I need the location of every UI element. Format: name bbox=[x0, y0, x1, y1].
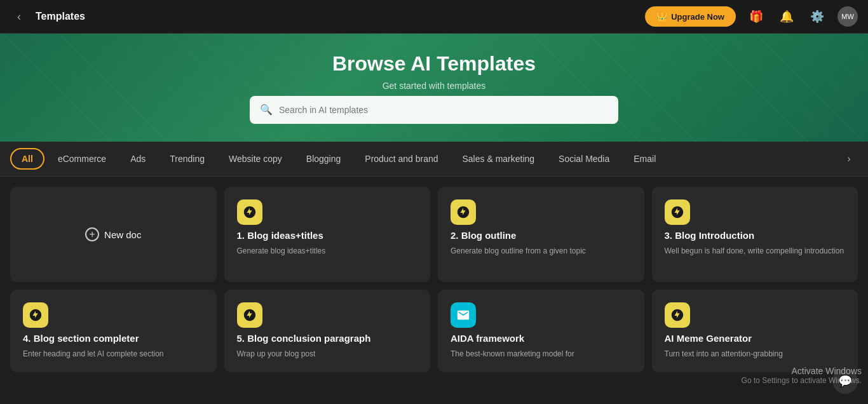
card-title-3: 3. Blog Introduction bbox=[665, 230, 846, 241]
header: ‹ Templates 👑 Upgrade Now 🎁 🔔 ⚙️ MW bbox=[0, 0, 868, 34]
template-card-4[interactable]: 4. Blog section completer Enter heading … bbox=[10, 290, 217, 372]
crown-icon: 👑 bbox=[656, 11, 667, 22]
card-desc-4: Enter heading and let AI complete sectio… bbox=[23, 349, 204, 360]
card-title-7: AI Meme Generator bbox=[665, 333, 846, 344]
template-card-5[interactable]: 5. Blog conclusion paragraph Wrap up you… bbox=[224, 290, 431, 372]
card-desc-2: Generate blog outline from a given topic bbox=[451, 246, 632, 257]
card-icon-4 bbox=[23, 302, 48, 328]
card-desc-6: The best-known marketing model for bbox=[451, 349, 632, 360]
search-icon: 🔍 bbox=[260, 104, 273, 116]
filter-tab-trending[interactable]: Trending bbox=[159, 149, 215, 169]
avatar[interactable]: MW bbox=[837, 6, 858, 27]
chat-button[interactable]: 💬 bbox=[832, 368, 858, 394]
search-bar: 🔍 bbox=[250, 96, 618, 124]
page-title: Templates bbox=[36, 11, 85, 22]
card-desc-1: Generate blog ideas+titles bbox=[237, 246, 418, 257]
card-title-4: 4. Blog section completer bbox=[23, 333, 204, 344]
card-icon-3 bbox=[665, 199, 690, 225]
card-title-2: 2. Blog outline bbox=[451, 230, 632, 241]
upgrade-button[interactable]: 👑 Upgrade Now bbox=[645, 6, 736, 27]
card-icon-5 bbox=[237, 302, 262, 328]
new-doc-card[interactable]: + New doc bbox=[10, 187, 217, 282]
hero-banner: Browse AI Templates Get started with tem… bbox=[0, 34, 868, 142]
header-right: 👑 Upgrade Now 🎁 🔔 ⚙️ MW bbox=[645, 6, 858, 27]
card-icon-2 bbox=[451, 199, 476, 225]
card-icon-1 bbox=[237, 199, 262, 225]
filter-tab-email[interactable]: Email bbox=[623, 149, 667, 169]
template-card-3[interactable]: 3. Blog Introduction Well begun is half … bbox=[652, 187, 858, 282]
card-title-5: 5. Blog conclusion paragraph bbox=[237, 333, 418, 344]
bell-icon[interactable]: 🔔 bbox=[776, 6, 797, 27]
back-button[interactable]: ‹ bbox=[10, 8, 28, 25]
filter-bar: All eCommerce Ads Trending Website copy … bbox=[0, 142, 868, 177]
filter-next-button[interactable]: › bbox=[840, 150, 858, 168]
header-left: ‹ Templates bbox=[10, 8, 85, 25]
gift-icon[interactable]: 🎁 bbox=[746, 6, 766, 27]
plus-icon: + bbox=[85, 227, 99, 241]
template-card-1[interactable]: 1. Blog ideas+titles Generate blog ideas… bbox=[224, 187, 431, 282]
hero-subtitle: Get started with templates bbox=[383, 81, 486, 91]
new-doc-label: New doc bbox=[104, 229, 141, 240]
template-card-6[interactable]: AIDA framework The best-known marketing … bbox=[438, 290, 644, 372]
filter-tab-blogging[interactable]: Blogging bbox=[295, 149, 352, 169]
filter-tab-product-brand[interactable]: Product and brand bbox=[354, 149, 449, 169]
filter-tab-social-media[interactable]: Social Media bbox=[548, 149, 620, 169]
filter-tab-ecommerce[interactable]: eCommerce bbox=[47, 149, 117, 169]
card-title-1: 1. Blog ideas+titles bbox=[237, 230, 418, 241]
card-desc-5: Wrap up your blog post bbox=[237, 349, 418, 360]
filter-tab-all[interactable]: All bbox=[10, 148, 44, 170]
template-card-7[interactable]: AI Meme Generator Turn text into an atte… bbox=[652, 290, 858, 372]
card-title-6: AIDA framework bbox=[451, 333, 632, 344]
settings-icon[interactable]: ⚙️ bbox=[807, 6, 827, 27]
card-desc-3: Well begun is half done, write compellin… bbox=[665, 246, 846, 257]
card-icon-7 bbox=[665, 302, 690, 328]
card-desc-7: Turn text into an attention-grabbing bbox=[665, 349, 846, 360]
cards-grid: + New doc 1. Blog ideas+titles Generate … bbox=[0, 177, 868, 382]
filter-tab-sales-marketing[interactable]: Sales & marketing bbox=[452, 149, 546, 169]
template-card-2[interactable]: 2. Blog outline Generate blog outline fr… bbox=[438, 187, 644, 282]
card-icon-6 bbox=[451, 302, 476, 328]
filter-tab-ads[interactable]: Ads bbox=[119, 149, 156, 169]
search-input[interactable] bbox=[279, 105, 608, 115]
hero-title: Browse AI Templates bbox=[332, 52, 536, 76]
filter-tab-website-copy[interactable]: Website copy bbox=[218, 149, 293, 169]
